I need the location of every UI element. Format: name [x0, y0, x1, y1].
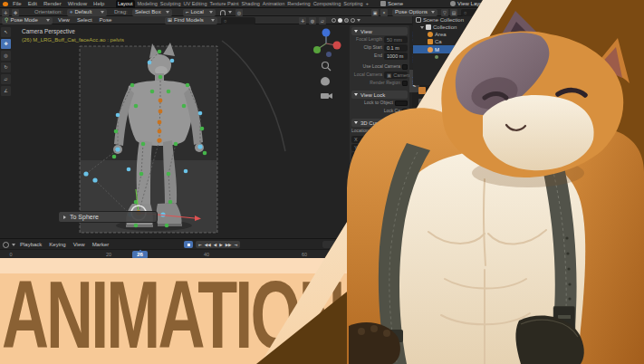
- transport-controls: ⇤ ◀◀ ◀ ▶ ▶▶ ⇥: [196, 241, 240, 248]
- stop-button[interactable]: [184, 241, 193, 248]
- drag-label: Drag:: [114, 8, 128, 16]
- search-icon: ○: [224, 17, 226, 24]
- tick-label: 20: [106, 252, 111, 257]
- play-button[interactable]: ▶: [219, 243, 222, 247]
- workspace-tab-uv-editing[interactable]: UV Editing: [183, 0, 207, 8]
- cat-muzzle: [483, 95, 594, 170]
- find-models-dropdown[interactable]: ⊞ Find Models: [165, 17, 217, 24]
- expand-icon: [63, 216, 66, 219]
- show-gizmo-icon[interactable]: ✛: [299, 17, 306, 24]
- viewport-menu-select[interactable]: Select: [77, 16, 92, 24]
- drag-dropdown[interactable]: Select Box: [132, 9, 172, 16]
- pivot-icon: ⌐: [186, 8, 189, 16]
- pan-hand-icon: [321, 77, 330, 86]
- caret-down-icon: [209, 11, 213, 14]
- caret-down-icon: [101, 11, 104, 14]
- viewport-search-input[interactable]: ○: [221, 17, 255, 24]
- editor-type-icon[interactable]: [3, 242, 9, 248]
- camera-view-icon: [321, 93, 332, 99]
- caret-down-icon: [46, 19, 50, 22]
- navigation-gizmo: [313, 29, 341, 58]
- next-keyframe-button[interactable]: ▶▶: [226, 243, 232, 247]
- pose-mode-icon: ⚲: [5, 16, 8, 24]
- workspace-tab-layout[interactable]: Layout: [116, 0, 135, 8]
- tool-options-icon[interactable]: ✥: [12, 9, 19, 16]
- orientation-icon: ⌖: [70, 8, 72, 16]
- workspace-tab-animation[interactable]: Animation: [263, 0, 284, 8]
- viewport-menu-view[interactable]: View: [58, 16, 70, 24]
- overlays-icon[interactable]: ◍: [309, 17, 316, 24]
- jump-to-start-button[interactable]: ⇤: [198, 243, 202, 247]
- menu-window[interactable]: Window: [68, 0, 87, 8]
- shading-solid-icon[interactable]: [338, 18, 342, 23]
- orientation-label: Orientation:: [34, 8, 62, 16]
- caret-down-icon: [12, 244, 15, 246]
- jump-to-end-button[interactable]: ⇥: [235, 243, 238, 247]
- view-layer-icon: [450, 1, 456, 6]
- menu-file[interactable]: File: [13, 0, 22, 8]
- orientation-dropdown[interactable]: ⌖ Default: [67, 9, 107, 16]
- proportional-edit-icon[interactable]: ◎: [235, 9, 243, 16]
- menu-edit[interactable]: Edit: [28, 0, 37, 8]
- blender-logo-icon[interactable]: [3, 2, 8, 6]
- grid-icon: ⊞: [168, 16, 172, 24]
- thumbnail-stage: File Edit Render Window Help Layout Mode…: [0, 0, 644, 364]
- workspace-tab-modeling[interactable]: Modeling: [138, 0, 158, 8]
- menu-render[interactable]: Render: [43, 0, 62, 8]
- active-tool-icon[interactable]: ✛: [2, 9, 9, 16]
- workspace-tab-rendering[interactable]: Rendering: [287, 0, 310, 8]
- tick-label: 0: [9, 252, 12, 257]
- workspace-tab-shading[interactable]: Shading: [242, 0, 260, 8]
- workspace-tab-texture-paint[interactable]: Texture Paint: [209, 0, 238, 8]
- shading-wireframe-icon[interactable]: [332, 18, 336, 23]
- zoom-view-icon: [322, 62, 332, 72]
- viewport-menu-pose[interactable]: Pose: [100, 16, 112, 24]
- caret-down-icon: [211, 19, 215, 22]
- operator-panel-button[interactable]: To Sphere: [58, 211, 158, 223]
- scene-icon: [380, 1, 386, 6]
- mode-dropdown[interactable]: ⚲ Pose Mode: [2, 17, 53, 24]
- menu-help[interactable]: Help: [93, 0, 104, 8]
- play-reverse-button[interactable]: ◀: [214, 243, 216, 247]
- snap-caret-icon[interactable]: [228, 11, 232, 14]
- tick-label: 40: [204, 252, 209, 257]
- cat-character: [347, 7, 644, 364]
- xray-icon[interactable]: ▱: [319, 17, 326, 24]
- snap-magnet-icon[interactable]: [220, 10, 226, 15]
- caret-down-icon: [166, 11, 169, 14]
- prev-keyframe-button[interactable]: ◀◀: [205, 243, 211, 247]
- tick-label: 60: [302, 252, 307, 257]
- scene-selector[interactable]: Scene: [388, 1, 403, 6]
- pivot-dropdown[interactable]: ⌐ Local: [183, 9, 216, 16]
- workspace-tab-compositing[interactable]: Compositing: [313, 0, 341, 8]
- workspace-tab-sculpting[interactable]: Sculpting: [160, 0, 181, 8]
